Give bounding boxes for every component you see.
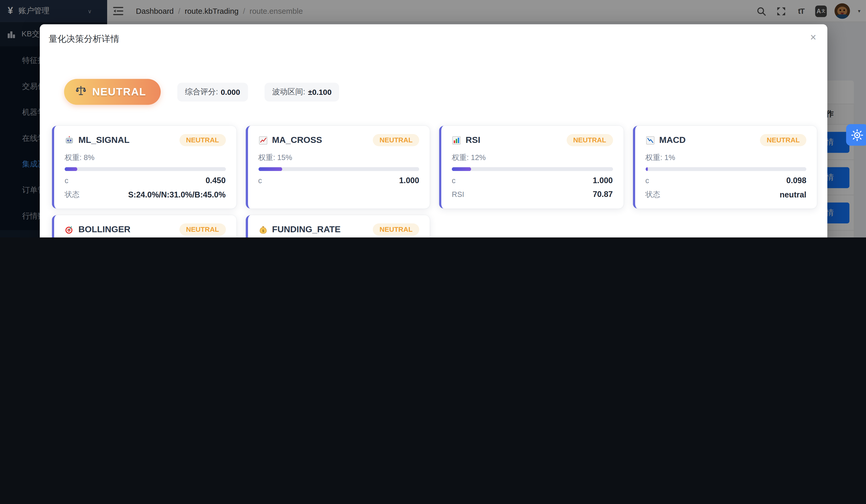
volatility-range: 波动区间:±0.100 [265, 82, 340, 101]
app-window: ¥ 账户管理 ∨ Dashboard/route.kbTrading/route… [0, 0, 866, 238]
indicator-weight: 权重: 8% [65, 153, 225, 163]
card-row-value: 1.000 [593, 176, 613, 185]
decision-label: NEUTRAL [92, 86, 146, 98]
indicator-status-badge: NEUTRAL [179, 224, 226, 236]
svg-text:$: $ [262, 229, 264, 232]
weight-progress-track [258, 167, 419, 171]
indicator-card: BOLLINGER NEUTRAL 权重: 5% c0.500状态within … [52, 215, 236, 237]
weight-progress-fill [645, 167, 647, 171]
indicator-name: RSI [466, 135, 480, 145]
indicator-name: ML_SIGNAL [79, 135, 130, 145]
weight-progress-track [452, 167, 613, 171]
card-row-label: c [65, 176, 68, 185]
weight-progress-fill [65, 167, 78, 171]
indicator-name: FUNDING_RATE [272, 225, 341, 234]
card-row-label: 状态 [65, 190, 79, 200]
weight-progress-track [645, 167, 807, 171]
close-icon[interactable]: × [810, 32, 816, 42]
indicator-card: ML_SIGNAL NEUTRAL 权重: 8% c0.450状态S:24.0%… [52, 126, 236, 209]
card-row-value: 0.450 [206, 176, 225, 185]
weight-progress-fill [258, 167, 282, 171]
settings-float-button[interactable] [846, 124, 866, 146]
card-row-value: neutral [780, 191, 807, 199]
money-bag-icon: $ [258, 225, 268, 234]
weight-progress-track [65, 167, 225, 171]
indicator-card: MACD NEUTRAL 权重: 1% c0.098状态neutral [633, 126, 817, 209]
indicator-status-badge: NEUTRAL [373, 224, 419, 236]
indicator-card: MA_CROSS NEUTRAL 权重: 15% c1.000 [245, 126, 430, 209]
modal-title: 量化决策分析详情 [49, 34, 119, 45]
balance-scale-icon [75, 85, 87, 99]
card-row-value: S:24.0%/N:31.0%/B:45.0% [128, 191, 226, 199]
indicator-status-badge: NEUTRAL [373, 134, 419, 146]
indicator-name: BOLLINGER [79, 225, 131, 234]
indicator-name: MA_CROSS [272, 135, 322, 145]
card-row-label: c [645, 176, 649, 185]
target-icon [65, 225, 74, 234]
indicator-status-badge: NEUTRAL [566, 134, 613, 146]
indicator-card: RSI NEUTRAL 权重: 12% c1.000RSI70.87 [439, 126, 623, 209]
card-row-label: 状态 [645, 190, 660, 200]
indicator-weight: 权重: 15% [258, 153, 419, 163]
indicator-weight: 权重: 12% [452, 153, 613, 163]
card-row-label: RSI [452, 190, 464, 198]
indicator-weight: 权重: 1% [645, 153, 807, 163]
card-row-value: 1.000 [399, 176, 419, 185]
chart-down-icon [645, 135, 655, 145]
card-row-value: 0.098 [786, 176, 807, 185]
indicator-status-badge: NEUTRAL [179, 134, 226, 146]
robot-icon [65, 135, 74, 145]
card-row-value: 70.87 [593, 190, 613, 199]
indicator-name: MACD [659, 135, 686, 145]
composite-score: 综合评分:0.000 [177, 82, 248, 101]
indicator-status-badge: NEUTRAL [760, 134, 807, 146]
decision-badge: NEUTRAL [64, 79, 160, 105]
indicator-cards: ML_SIGNAL NEUTRAL 权重: 8% c0.450状态S:24.0%… [52, 126, 817, 237]
analysis-modal: 量化决策分析详情 × NEUTRAL 综合评分:0.000 波动区间:±0.10… [40, 24, 827, 237]
weight-progress-fill [452, 167, 471, 171]
bar-chart-icon [452, 135, 461, 145]
card-row-label: c [452, 176, 455, 185]
indicator-card: $ FUNDING_RATE NEUTRAL 权重: 5% c0.500状态ne… [245, 215, 430, 237]
chart-up-icon [258, 135, 268, 145]
card-row-label: c [258, 176, 262, 185]
